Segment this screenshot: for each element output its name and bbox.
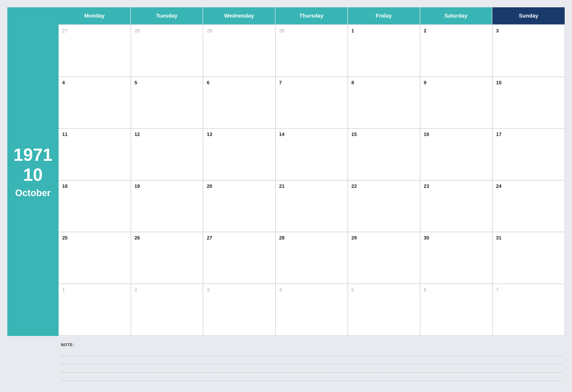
cal-cell: 30 [275,25,348,77]
day-number: 30 [279,28,285,33]
cal-cell: 24 [492,180,565,232]
day-number: 14 [279,132,285,137]
day-header-thursday: Thursday [275,7,348,25]
cal-cell: 26 [131,232,203,284]
cal-cell: 17 [492,128,565,180]
calendar-grid: 2728293012345678910111213141516171819202… [59,25,565,335]
day-header-monday: Monday [59,7,131,25]
cal-cell: 6 [420,284,493,336]
cal-cell: 10 [492,77,565,129]
day-number: 12 [135,132,140,137]
calendar-wrapper: 1971 10 October MondayTuesdayWednesdayTh… [0,0,572,392]
cal-cell: 3 [492,25,565,77]
day-number: 27 [62,28,67,33]
day-number: 23 [424,184,429,189]
day-headers: MondayTuesdayWednesdayThursdayFridaySatu… [59,7,565,25]
cal-cell: 14 [275,128,348,180]
cal-cell: 7 [275,77,348,129]
cal-cell: 2 [131,284,203,336]
day-number: 24 [496,184,501,189]
cal-cell: 30 [420,232,493,284]
note-label: NOTE: [61,343,562,347]
cal-cell: 28 [131,25,203,77]
day-number: 3 [496,28,499,33]
cal-cell: 5 [131,77,203,129]
sidebar-year: 1971 [13,146,52,163]
cal-cell: 16 [420,128,493,180]
day-number: 6 [424,287,427,292]
cal-cell: 11 [59,128,131,180]
day-number: 13 [207,132,212,137]
day-number: 15 [351,132,357,137]
note-line-2 [61,357,562,364]
day-number: 5 [135,80,137,85]
cal-cell: 18 [59,180,131,232]
note-line-4 [61,374,562,381]
day-number: 8 [351,80,354,85]
day-header-friday: Friday [348,7,420,25]
day-number: 25 [62,235,67,240]
cal-cell: 21 [275,180,348,232]
day-number: 7 [496,287,499,292]
cal-cell: 25 [59,232,131,284]
day-number: 4 [62,80,65,85]
cal-cell: 5 [348,284,420,336]
cal-cell: 13 [203,128,275,180]
day-header-wednesday: Wednesday [203,7,275,25]
sidebar-month-num: 10 [23,166,43,184]
day-number: 2 [135,287,137,292]
cal-cell: 8 [348,77,420,129]
cal-cell: 6 [203,77,275,129]
cal-cell: 23 [420,180,493,232]
day-number: 2 [424,28,427,33]
cal-cell: 9 [420,77,493,129]
day-number: 30 [424,235,429,240]
cal-cell: 2 [420,25,493,77]
cal-cell: 7 [492,284,565,336]
cal-cell: 4 [275,284,348,336]
day-number: 19 [135,184,140,189]
cal-cell: 1 [59,284,131,336]
day-number: 3 [207,287,209,292]
day-number: 29 [351,235,357,240]
cal-cell: 3 [203,284,275,336]
day-number: 6 [207,80,209,85]
cal-cell: 29 [348,232,420,284]
day-number: 26 [135,235,140,240]
cal-cell: 31 [492,232,565,284]
day-number: 31 [496,235,501,240]
note-section: NOTE: [59,338,565,385]
day-number: 18 [62,184,67,189]
day-number: 21 [279,184,285,189]
note-line-3 [61,366,562,373]
cal-cell: 27 [59,25,131,77]
day-number: 22 [351,184,357,189]
day-number: 20 [207,184,212,189]
cal-cell: 28 [275,232,348,284]
cal-cell: 27 [203,232,275,284]
day-header-saturday: Saturday [420,7,493,25]
day-number: 1 [62,287,65,292]
day-number: 1 [351,28,354,33]
day-number: 27 [207,235,212,240]
cal-cell: 15 [348,128,420,180]
sidebar: 1971 10 October [7,7,59,385]
cal-cell: 29 [203,25,275,77]
day-number: 5 [351,287,354,292]
day-number: 4 [279,287,282,292]
day-number: 17 [496,132,501,137]
cal-cell: 20 [203,180,275,232]
day-number: 29 [207,28,212,33]
sidebar-top: 1971 10 October [7,7,59,336]
day-number: 28 [135,28,140,33]
sidebar-month-name: October [15,188,51,198]
cal-cell: 1 [348,25,420,77]
day-header-tuesday: Tuesday [131,7,203,25]
cal-cell: 4 [59,77,131,129]
cal-cell: 22 [348,180,420,232]
day-number: 7 [279,80,282,85]
calendar-main: MondayTuesdayWednesdayThursdayFridaySatu… [59,7,565,385]
day-number: 10 [496,80,501,85]
day-number: 9 [424,80,427,85]
day-number: 16 [424,132,429,137]
